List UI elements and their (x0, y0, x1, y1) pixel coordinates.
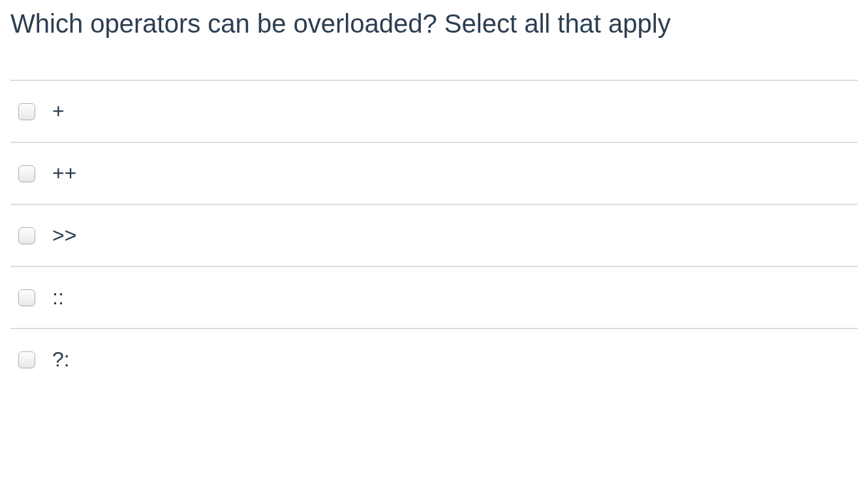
checkbox-rightshift[interactable] (18, 227, 35, 244)
checkbox-plusplus[interactable] (18, 165, 35, 182)
option-row-plusplus[interactable]: ++ (10, 142, 858, 204)
question-text: Which operators can be overloaded? Selec… (10, 5, 858, 40)
option-row-plus[interactable]: + (10, 80, 858, 142)
option-label: :: (52, 285, 64, 310)
option-label: + (52, 99, 65, 123)
option-row-rightshift[interactable]: >> (10, 204, 858, 266)
option-row-ternary[interactable]: ?: (10, 328, 858, 390)
options-list: + ++ >> :: ?: (10, 80, 858, 390)
option-label: ++ (52, 161, 76, 185)
question-container: Which operators can be overloaded? Selec… (10, 5, 858, 390)
option-label: >> (52, 223, 76, 248)
checkbox-plus[interactable] (18, 103, 35, 120)
checkbox-ternary[interactable] (18, 351, 35, 368)
option-label: ?: (52, 347, 70, 372)
option-row-scope[interactable]: :: (10, 266, 858, 328)
checkbox-scope[interactable] (18, 289, 35, 306)
